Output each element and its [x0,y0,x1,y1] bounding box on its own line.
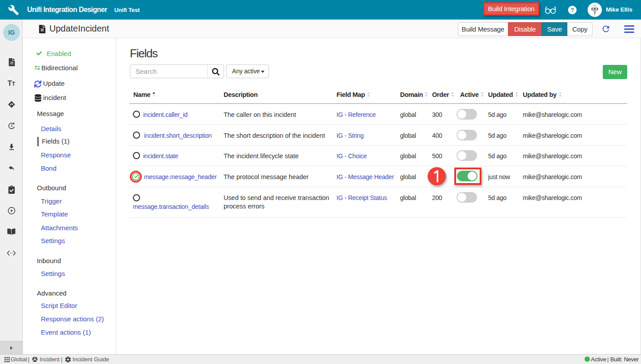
svg-text:?: ? [571,7,574,13]
